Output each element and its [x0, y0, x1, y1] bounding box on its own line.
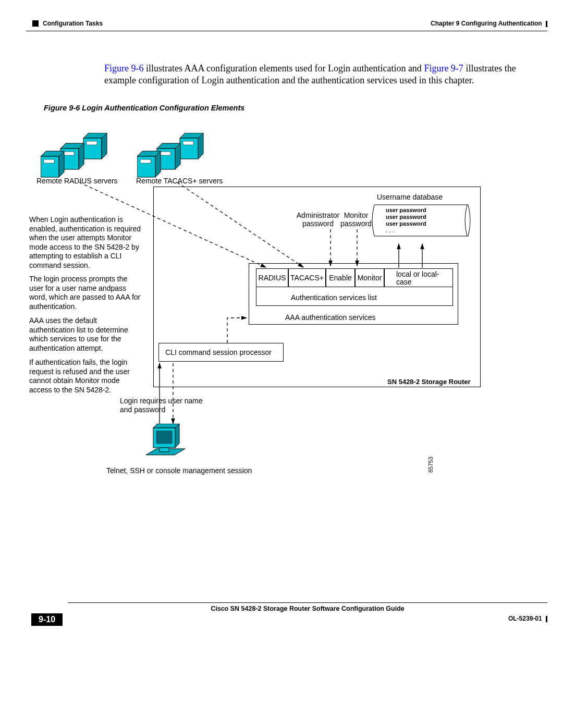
header-chapter: Chapter 9 Configuring Authentication — [431, 20, 547, 27]
diagram-arrows — [26, 112, 495, 487]
svg-rect-36 — [156, 431, 172, 443]
telnet-label: Telnet, SSH or console management sessio… — [106, 466, 252, 475]
svg-line-24 — [79, 182, 266, 267]
figure-caption: Figure 9-6 Login Authentication Configur… — [44, 104, 547, 112]
svg-marker-35 — [175, 424, 179, 448]
body-paragraph: Figure 9-6 illustrates AAA configuration… — [104, 63, 532, 87]
footer-bar — [546, 616, 547, 622]
figure-id-number: 85753 — [427, 456, 434, 473]
footer-doc-id: OL-5239-01 — [508, 615, 547, 622]
figure-link-9-6[interactable]: Figure 9-6 — [104, 63, 144, 73]
header-section: Configuration Tasks — [43, 20, 103, 27]
computer-icon — [146, 424, 188, 465]
figure-diagram: Remote RADIUS servers Remote T — [26, 112, 547, 487]
page-header: Configuration Tasks Chapter 9 Configurin… — [26, 16, 547, 31]
header-bar — [546, 21, 547, 27]
figure-link-9-7[interactable]: Figure 9-7 — [424, 63, 463, 73]
header-marker — [32, 20, 39, 27]
svg-line-25 — [177, 182, 303, 267]
svg-rect-37 — [160, 448, 169, 452]
page-number: 9-10 — [31, 613, 63, 626]
login-requires-label: Login requires user name and password — [120, 397, 214, 414]
footer-title: Cisco SN 5428-2 Storage Router Software … — [68, 605, 547, 612]
page-footer: Cisco SN 5428-2 Storage Router Software … — [26, 602, 547, 629]
